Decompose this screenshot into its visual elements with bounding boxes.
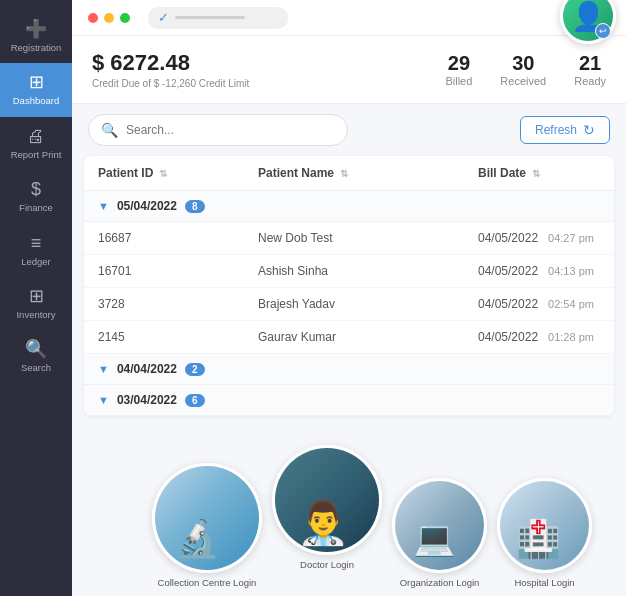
sidebar-label-ledger: Ledger xyxy=(21,256,51,267)
cell-patient-id: 16687 xyxy=(84,222,244,254)
sidebar-item-dashboard[interactable]: ⊞ Dashboard xyxy=(0,63,72,116)
group-date-3: 03/04/2022 xyxy=(117,393,177,407)
search-sidebar-icon: 🔍 xyxy=(25,340,47,358)
refresh-label: Refresh xyxy=(535,123,577,137)
dot-minimize xyxy=(104,13,114,23)
stats-bar: $ 6272.48 Credit Due of $ -12,260 Credit… xyxy=(72,36,626,104)
table-row: 16687 New Dob Test 04/05/2022 04:27 pm xyxy=(84,222,614,255)
group-date-1: 05/04/2022 xyxy=(117,199,177,213)
sidebar-item-report-print[interactable]: 🖨 Report Print xyxy=(0,117,72,170)
group-row-3[interactable]: ▼ 03/04/2022 6 xyxy=(84,385,614,416)
avatar-badge: ↩ xyxy=(595,23,611,39)
col-patient-id: Patient ID ⇅ xyxy=(84,156,244,190)
stat-billed: 29 Billed xyxy=(445,52,472,87)
sidebar: ➕ Registration ⊞ Dashboard 🖨 Report Prin… xyxy=(0,0,72,596)
billed-count: 29 xyxy=(445,52,472,75)
refresh-icon: ↻ xyxy=(583,122,595,138)
url-line xyxy=(175,16,245,19)
sidebar-label-report-print: Report Print xyxy=(11,149,62,160)
group-arrow-2: ▼ xyxy=(98,363,109,375)
group-date-2: 04/04/2022 xyxy=(117,362,177,376)
amount-section: $ 6272.48 Credit Due of $ -12,260 Credit… xyxy=(92,50,445,89)
stat-received: 30 Received xyxy=(500,52,546,87)
finance-icon: $ xyxy=(31,180,41,198)
received-count: 30 xyxy=(500,52,546,75)
table-row: 16701 Ashish Sinha 04/05/2022 04:13 pm xyxy=(84,255,614,288)
hospital-label: Hospital Login xyxy=(514,577,574,588)
img-item-collection-centre[interactable]: Collection Centre Login xyxy=(152,463,262,588)
ready-count: 21 xyxy=(574,52,606,75)
stat-ready: 21 Ready xyxy=(574,52,606,87)
table-header: Patient ID ⇅ Patient Name ⇅ Bill Date ⇅ xyxy=(84,156,614,191)
cell-bill-date: 04/05/2022 04:27 pm xyxy=(464,222,614,254)
inventory-icon: ⊞ xyxy=(29,287,44,305)
main-content: ✓ 👤 ↩ $ 6272.48 Credit Due of $ -12,260 … xyxy=(72,0,626,596)
url-bar: ✓ xyxy=(148,7,288,29)
cell-patient-name: New Dob Test xyxy=(244,222,464,254)
group-badge-1: 8 xyxy=(185,200,205,213)
table-row: 2145 Gaurav Kumar 04/05/2022 01:28 pm xyxy=(84,321,614,354)
cell-bill-date: 04/05/2022 01:28 pm xyxy=(464,321,614,353)
doctor-label: Doctor Login xyxy=(300,559,354,570)
group-row-2[interactable]: ▼ 04/04/2022 2 xyxy=(84,354,614,385)
img-item-organization[interactable]: Organization Login xyxy=(392,478,487,588)
received-label: Received xyxy=(500,75,546,87)
refresh-button[interactable]: Refresh ↻ xyxy=(520,116,610,144)
group-row-1[interactable]: ▼ 05/04/2022 8 xyxy=(84,191,614,222)
sort-icon-bill-date: ⇅ xyxy=(532,168,540,179)
lab-photo xyxy=(155,466,259,570)
sidebar-label-finance: Finance xyxy=(19,202,53,213)
doctor-image xyxy=(272,445,382,555)
cell-bill-date: 04/05/2022 02:54 pm xyxy=(464,288,614,320)
cell-patient-name: Gaurav Kumar xyxy=(244,321,464,353)
org-photo xyxy=(395,481,484,570)
url-checkmark-icon: ✓ xyxy=(158,10,169,25)
cell-patient-name: Brajesh Yadav xyxy=(244,288,464,320)
hospital-image xyxy=(497,478,592,573)
search-icon: 🔍 xyxy=(101,122,118,138)
sidebar-item-finance[interactable]: $ Finance xyxy=(0,170,72,223)
sidebar-label-dashboard: Dashboard xyxy=(13,95,59,106)
sidebar-label-search: Search xyxy=(21,362,51,373)
collection-centre-label: Collection Centre Login xyxy=(158,577,257,588)
cell-patient-name: Ashish Sinha xyxy=(244,255,464,287)
billed-label: Billed xyxy=(445,75,472,87)
search-input[interactable] xyxy=(126,123,335,137)
dot-close xyxy=(88,13,98,23)
doctor-photo xyxy=(275,448,379,552)
search-bar: 🔍 Refresh ↻ xyxy=(72,104,626,156)
img-item-doctor[interactable]: Doctor Login xyxy=(272,445,382,570)
collection-centre-image xyxy=(152,463,262,573)
group-arrow-3: ▼ xyxy=(98,394,109,406)
group-arrow-1: ▼ xyxy=(98,200,109,212)
dashboard-icon: ⊞ xyxy=(29,73,44,91)
sort-icon-patient-name: ⇅ xyxy=(340,168,348,179)
group-badge-3: 6 xyxy=(185,394,205,407)
cell-bill-date: 04/05/2022 04:13 pm xyxy=(464,255,614,287)
organization-image xyxy=(392,478,487,573)
hospital-photo xyxy=(500,481,589,570)
organization-label: Organization Login xyxy=(400,577,480,588)
sidebar-label-inventory: Inventory xyxy=(16,309,55,320)
search-input-wrap[interactable]: 🔍 xyxy=(88,114,348,146)
data-table: Patient ID ⇅ Patient Name ⇅ Bill Date ⇅ … xyxy=(84,156,614,416)
cell-patient-id: 2145 xyxy=(84,321,244,353)
col-bill-date: Bill Date ⇅ xyxy=(464,156,614,190)
sidebar-label-registration: Registration xyxy=(11,42,62,53)
sidebar-item-inventory[interactable]: ⊞ Inventory xyxy=(0,277,72,330)
col-patient-name: Patient Name ⇅ xyxy=(244,156,464,190)
sidebar-item-registration[interactable]: ➕ Registration xyxy=(0,10,72,63)
group-badge-2: 2 xyxy=(185,363,205,376)
sidebar-item-ledger[interactable]: ≡ Ledger xyxy=(0,224,72,277)
sort-icon-patient-id: ⇅ xyxy=(159,168,167,179)
ready-label: Ready xyxy=(574,75,606,87)
sidebar-item-search[interactable]: 🔍 Search xyxy=(0,330,72,383)
amount-value: $ 6272.48 xyxy=(92,50,445,76)
window-bar: ✓ 👤 ↩ xyxy=(72,0,626,36)
print-icon: 🖨 xyxy=(27,127,45,145)
ledger-icon: ≡ xyxy=(31,234,42,252)
img-item-hospital[interactable]: Hospital Login xyxy=(497,478,592,588)
table-row: 3728 Brajesh Yadav 04/05/2022 02:54 pm xyxy=(84,288,614,321)
dot-maximize xyxy=(120,13,130,23)
credit-info: Credit Due of $ -12,260 Credit Limit xyxy=(92,78,445,89)
